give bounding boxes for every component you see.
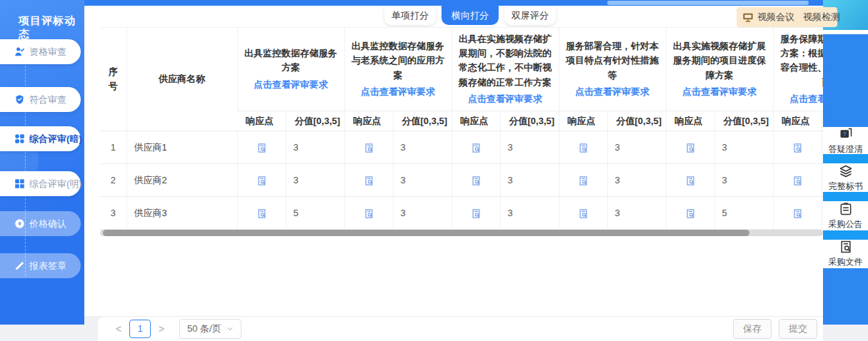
doc-search-icon[interactable] [792,208,803,219]
view-review-requirement-link[interactable]: 点击查看评审要求 [244,78,339,92]
shield-check-icon [14,94,25,105]
rail-item-label: 采购文件 [829,256,863,268]
doc-search-icon[interactable] [471,143,482,153]
response-cell [344,131,393,164]
tab-label: 双屏评分 [512,10,549,21]
submit-button[interactable]: 提交 [779,319,817,339]
save-button[interactable]: 保存 [733,319,772,339]
subheader-response: 响应点 [559,111,607,131]
sidebar-item-report-sign[interactable]: 报表签章 [0,253,81,278]
sidebar-item-comprehensive-review-open[interactable]: 综合评审(明) [0,171,81,196]
doc-search-icon[interactable] [792,175,803,186]
subheader-score: 分值[0,3,5] [500,111,559,131]
criteria-text: 服务部署合理，针对本项目特点有针对性措施等 [565,39,660,82]
column-header-criteria-1: 出具监控数据存储服务方案点击查看评审要求 [237,28,344,111]
tab-horizontal-scoring[interactable]: 横向打分 [442,6,499,25]
score-cell: 3 [500,164,559,197]
rail-item-label: 采购公告 [829,218,863,230]
top-toolbar-decoration [607,1,809,5]
video-check-button[interactable]: 视频检测 [803,11,840,24]
table-row: 3供应商3533355 [100,197,823,230]
doc-search-icon[interactable] [364,143,374,153]
response-cell [773,131,822,164]
rail-item-complete-bid[interactable]: 完整标书 [823,164,868,193]
rail-item-label: 答疑澄清 [829,143,863,156]
supplier-name-cell: 供应商3 [126,197,237,230]
form-actions: 保存 提交 [726,319,817,339]
doc-search-icon[interactable] [685,175,696,186]
column-header-criteria-3: 出具在实施视频存储扩展期间，不影响法院的常态化工作，不中断视频存储的正常工作方案… [452,28,559,111]
score-cell: 3 [393,131,452,164]
rail-block-top [823,34,868,127]
rail-item-procurement-notice[interactable]: 采购公告 [823,202,868,230]
doc-search-icon[interactable] [792,143,803,153]
sidebar-item-conformity-review[interactable]: 符合审查 [0,87,81,112]
view-review-requirement-link[interactable]: 点击查看评审要求 [672,85,767,99]
score-cell: 3 [500,131,559,164]
score-cell: 3 [393,164,452,197]
criteria-text: 出具实施视频存储扩展服务期间的项目进度保障方案 [672,39,767,82]
sidebar-item-label: 资格审查 [29,46,66,58]
subheader-response: 响应点 [666,111,714,131]
sidebar-title: 项目评标动态 [19,14,84,41]
video-meeting-button[interactable]: 视频会议 [757,11,794,24]
table-row: 1供应商1333335 [100,131,823,164]
rail-item-qa-clarification[interactable]: ?答疑澄清 [823,127,868,156]
doc-search-icon[interactable] [471,208,482,219]
response-cell [452,197,500,230]
svg-text:?: ? [842,131,846,138]
response-cell [666,164,714,197]
doc-search-icon[interactable] [256,143,267,153]
view-review-requirement-link[interactable]: 点击查看评审要求 [458,92,553,106]
score-cell: 3 [607,164,666,197]
sidebar: 项目评标动态 资格审查符合审查综合评审(暗)综合评审(明)¥价格确认报表签章 [0,0,84,325]
scrollbar-thumb[interactable] [103,230,749,236]
doc-search-icon[interactable] [256,175,267,186]
doc-search-icon[interactable] [578,208,589,219]
sidebar-item-qualification-review[interactable]: 资格审查 [0,39,81,64]
subheader-score: 分值[0,3,5] [714,111,773,131]
sidebar-item-price-confirm[interactable]: ¥价格确认 [0,211,81,236]
score-cell: 3 [286,164,344,197]
horizontal-scrollbar[interactable] [100,230,823,236]
doc-search-icon[interactable] [256,208,267,219]
prev-page-button[interactable]: < [111,323,126,335]
column-header-supplier: 供应商名称 [126,28,237,131]
doc-search-icon[interactable] [471,175,482,186]
response-cell [452,164,500,197]
response-cell [559,164,607,197]
criteria-text: 服务保障期内售后服务方案：根据售后服务内容合理性、完整性等方面 [779,32,824,90]
clipboard-icon [839,202,853,216]
page-size-select[interactable]: 50 条/页 [179,319,241,339]
subheader-response: 响应点 [773,111,822,131]
doc-search-icon[interactable] [364,208,374,219]
sidebar-item-label: 报表签章 [29,260,66,273]
view-review-requirement-link[interactable]: 点击查看评审要求 [565,85,660,99]
column-header-criteria-5: 出具实施视频存储扩展服务期间的项目进度保障方案点击查看评审要求 [666,28,773,111]
doc-search-icon[interactable] [578,143,589,153]
tab-single-scoring[interactable]: 单项打分 [384,6,436,25]
page-number[interactable]: 1 [129,320,151,338]
response-cell [666,131,714,164]
doc-search-icon[interactable] [578,175,589,186]
next-page-button[interactable]: > [154,323,169,335]
view-review-requirement-link[interactable]: 点击查看评审要求 [351,85,446,99]
tab-dual-screen-scoring[interactable]: 双屏评分 [504,6,556,25]
subheader-response: 响应点 [237,111,286,131]
doc-search-icon[interactable] [685,208,696,219]
evaluation-table: 序号供应商名称出具监控数据存储服务方案点击查看评审要求出具监控数据存储服务与老系… [100,27,823,230]
doc-search-icon[interactable] [364,175,374,186]
view-review-requirement-link[interactable]: 点击查看评审要求 [779,92,824,106]
rail-item-procurement-doc[interactable]: 采购文件 [823,240,868,268]
rail-block-bottom [823,268,868,325]
sidebar-item-label: 价格确认 [29,218,66,230]
doc-search-icon[interactable] [685,143,696,153]
pagination: < 1 > 50 条/页 [111,319,241,339]
sidebar-item-comprehensive-review-blind[interactable]: 综合评审(暗) [0,126,81,151]
score-cell: 3 [607,131,666,164]
response-cell [237,197,286,230]
column-header-criteria-4: 服务部署合理，针对本项目特点有针对性措施等点击查看评审要求 [559,28,666,111]
response-cell [452,131,500,164]
score-cell: 3 [714,164,773,197]
question-bubble-icon: ? [839,127,853,141]
